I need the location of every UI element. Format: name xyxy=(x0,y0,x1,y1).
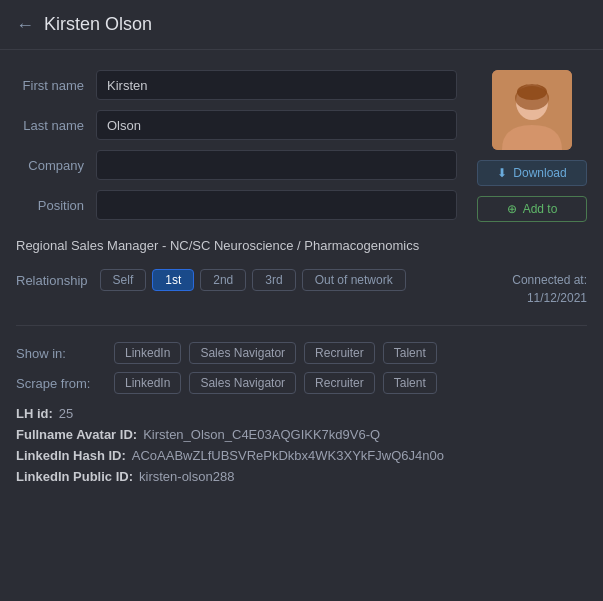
last-name-label: Last name xyxy=(16,118,96,133)
company-row: Company xyxy=(16,150,457,180)
fullname-avatar-row: Fullname Avatar ID: Kirsten_Olson_C4E03A… xyxy=(16,427,587,442)
connected-at-label: Connected at: xyxy=(512,271,587,289)
first-name-label: First name xyxy=(16,78,96,93)
company-input[interactable] xyxy=(96,150,457,180)
linkedin-hash-value: ACoAABwZLfUBSVRePkDkbx4WK3XYkFJwQ6J4n0o xyxy=(132,448,444,463)
lh-id-key: LH id: xyxy=(16,406,53,421)
linkedin-public-key: LinkedIn Public ID: xyxy=(16,469,133,484)
scrape-recruiter-tag[interactable]: Recruiter xyxy=(304,372,375,394)
download-button[interactable]: ⬇ Download xyxy=(477,160,587,186)
lh-id-row: LH id: 25 xyxy=(16,406,587,421)
out-of-network-button[interactable]: Out of network xyxy=(302,269,406,291)
position-input[interactable] xyxy=(96,190,457,220)
form-fields: First name Last name Company Position xyxy=(16,70,457,230)
lh-id-value: 25 xyxy=(59,406,73,421)
linkedin-public-row: LinkedIn Public ID: kirsten-olson288 xyxy=(16,469,587,484)
meta-section: LH id: 25 Fullname Avatar ID: Kirsten_Ol… xyxy=(16,406,587,484)
first-name-row: First name xyxy=(16,70,457,100)
divider xyxy=(16,325,587,326)
relationship-buttons: Self 1st 2nd 3rd Out of network xyxy=(100,269,406,297)
connected-at: Connected at: 11/12/2021 xyxy=(512,269,587,307)
show-talent-tag[interactable]: Talent xyxy=(383,342,437,364)
content-area: First name Last name Company Position xyxy=(0,50,603,510)
linkedin-hash-row: LinkedIn Hash ID: ACoAABwZLfUBSVRePkDkbx… xyxy=(16,448,587,463)
last-name-row: Last name xyxy=(16,110,457,140)
last-name-input[interactable] xyxy=(96,110,457,140)
svg-point-3 xyxy=(517,84,547,100)
fullname-avatar-value: Kirsten_Olson_C4E03AQGIKK7kd9V6-Q xyxy=(143,427,380,442)
show-linkedin-tag[interactable]: LinkedIn xyxy=(114,342,181,364)
scrape-sales-navigator-tag[interactable]: Sales Navigator xyxy=(189,372,296,394)
position-row: Position xyxy=(16,190,457,220)
rel-3rd-button[interactable]: 3rd xyxy=(252,269,295,291)
rel-self-button[interactable]: Self xyxy=(100,269,147,291)
add-to-button[interactable]: ⊕ Add to xyxy=(477,196,587,222)
download-label: Download xyxy=(513,166,566,180)
avatar-area: ⬇ Download ⊕ Add to xyxy=(477,70,587,230)
scrape-from-row: Scrape from: LinkedIn Sales Navigator Re… xyxy=(16,372,587,394)
page-title: Kirsten Olson xyxy=(44,14,152,35)
first-name-input[interactable] xyxy=(96,70,457,100)
download-icon: ⬇ xyxy=(497,166,507,180)
show-recruiter-tag[interactable]: Recruiter xyxy=(304,342,375,364)
rel-1st-button[interactable]: 1st xyxy=(152,269,194,291)
add-label: Add to xyxy=(523,202,558,216)
show-sales-navigator-tag[interactable]: Sales Navigator xyxy=(189,342,296,364)
avatar xyxy=(492,70,572,150)
position-text: Regional Sales Manager - NC/SC Neuroscie… xyxy=(16,238,587,253)
relationship-label: Relationship xyxy=(16,269,88,288)
scrape-talent-tag[interactable]: Talent xyxy=(383,372,437,394)
relationship-row: Relationship Self 1st 2nd 3rd Out of net… xyxy=(16,269,406,297)
position-label: Position xyxy=(16,198,96,213)
linkedin-hash-key: LinkedIn Hash ID: xyxy=(16,448,126,463)
add-icon: ⊕ xyxy=(507,202,517,216)
form-area: First name Last name Company Position xyxy=(16,70,587,230)
company-label: Company xyxy=(16,158,96,173)
connected-at-value: 11/12/2021 xyxy=(512,289,587,307)
scrape-linkedin-tag[interactable]: LinkedIn xyxy=(114,372,181,394)
fullname-avatar-key: Fullname Avatar ID: xyxy=(16,427,137,442)
relationship-connected-section: Relationship Self 1st 2nd 3rd Out of net… xyxy=(16,269,587,309)
show-in-row: Show in: LinkedIn Sales Navigator Recrui… xyxy=(16,342,587,364)
rel-2nd-button[interactable]: 2nd xyxy=(200,269,246,291)
linkedin-public-value: kirsten-olson288 xyxy=(139,469,234,484)
show-in-label: Show in: xyxy=(16,346,106,361)
scrape-from-label: Scrape from: xyxy=(16,376,106,391)
header: ← Kirsten Olson xyxy=(0,0,603,50)
back-button[interactable]: ← xyxy=(16,16,34,34)
